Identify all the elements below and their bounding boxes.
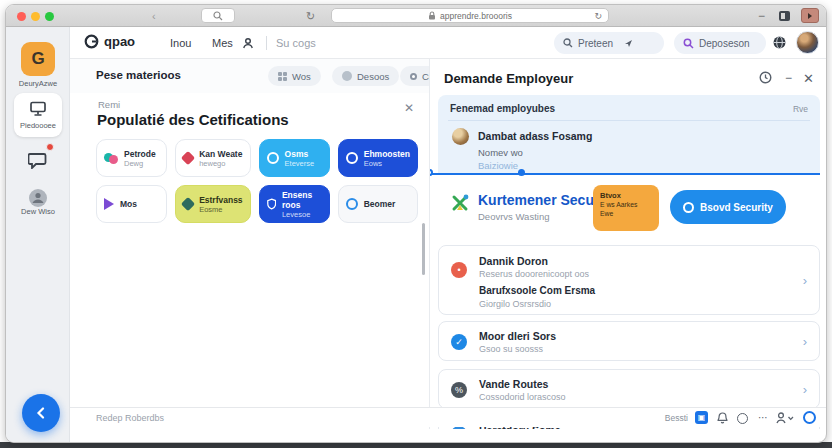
certification-chip[interactable]: Mos [96,185,167,223]
window-minimize-icon[interactable]: − [758,8,765,24]
certification-chip-highlight[interactable]: EstrfvanssEosme [175,185,250,223]
close-traffic-light[interactable] [17,12,26,21]
person-caret-icon[interactable] [776,412,794,424]
employee-name: Dambat adass Fosamg [478,130,592,142]
card-subtitle: Gsoo su soosss [479,344,543,354]
people-search-pill[interactable]: Deposeson [674,32,766,54]
zoom-traffic-light[interactable] [45,12,54,21]
minimize-traffic-light[interactable] [31,12,40,21]
user-avatar[interactable] [796,31,819,54]
grid-icon [278,72,287,81]
chevron-right-icon[interactable]: › [803,334,807,349]
brand-logo-icon [84,34,99,49]
active-tab-label[interactable]: Pese materioos [96,69,181,81]
filter-pill-status[interactable]: Desoos [332,66,399,86]
search-pill[interactable]: Preteen [554,32,664,54]
status-left-text: Redep Roberdbs [96,413,164,423]
extension-button[interactable] [801,8,819,23]
certification-chip-selected[interactable]: EhmoostenEows [338,139,418,177]
circle-status-icon[interactable] [737,413,748,424]
info-box-action[interactable]: Rve [793,104,808,114]
security-subtitle: Deovrvs Wasting [478,211,549,222]
clock-icon[interactable] [759,71,772,84]
request-card[interactable]: ✓ Moor dleri Sors Gsoo su soosss › [438,321,820,361]
employee-info-box[interactable]: Fenemad employubes Rve Dambat adass Fosa… [438,95,820,173]
tab-search-box[interactable] [201,8,235,23]
nav-item[interactable]: Inou [170,37,191,49]
certification-chip-selected[interactable]: OsmsEteverse [259,139,330,177]
request-card[interactable]: • Dannik Doron Reserus dooorenicoopt oos… [438,245,820,315]
sidebar-item-messages[interactable] [20,145,56,175]
employer-request-panel: Demande Employeur − ✕ Fenemad employubes… [430,59,827,429]
badge-line: Btvox [600,191,652,200]
alert-dot-icon: • [451,262,467,278]
divider [448,120,810,121]
info-box-header: Fenemad employubes [450,103,555,114]
employee-avatar [452,128,469,145]
certification-chip-grid: PetrodeDewg Kan Weatehewego OsmsEteverse… [96,139,418,223]
scrollbar-thumb[interactable] [422,223,425,275]
lock-ring-icon [683,202,694,213]
security-brand-icon [450,193,470,213]
shield-icon [267,197,276,211]
chevron-right-icon[interactable]: › [803,273,807,288]
brand[interactable]: qpao [84,34,135,49]
sidebar-item-label: Dew Wiso [6,207,70,216]
account-status-icon[interactable] [803,411,816,424]
search-icon [213,11,223,21]
check-circle-icon: ✓ [451,334,467,350]
shortcut-icon [624,39,633,48]
kiosk-icon [29,101,47,117]
ring-icon [410,73,417,80]
chip-title: Beomer [364,199,396,209]
back-icon[interactable]: ‹ [152,5,156,27]
user-circle-icon [27,187,49,209]
collapse-fab-button[interactable] [22,394,60,432]
chip-subtitle: Eosme [199,205,242,214]
page-reload-icon[interactable]: ↻ [594,9,602,23]
nav-item-secondary[interactable]: Su cogs [276,37,316,49]
sidebar-item-label: Piedoooee [6,121,70,130]
filter-pill-label: Desoos [357,71,389,82]
card-title-2: Barufxsoole Com Ersma [479,285,595,296]
certification-chip[interactable]: PetrodeDewg [96,139,167,177]
certification-chip[interactable]: Kan Weatehewego [175,139,250,177]
reload-icon[interactable]: ↻ [306,5,315,27]
red-diamond-icon [181,151,195,165]
chip-title: Ehmoosten [364,149,410,159]
sidebar-item-workspace[interactable]: Piedoooee [14,93,62,137]
window-tile-icon[interactable] [778,10,791,22]
drag-handle[interactable] [518,169,525,176]
app-logo[interactable]: G [21,42,55,76]
panel-kicker: Remi [98,99,120,110]
person-nav-icon[interactable] [242,37,254,49]
globe-icon[interactable] [772,35,787,50]
status-right-text: Bessti [665,413,688,423]
employee-link[interactable]: Baiziowie [478,160,518,171]
address-bar[interactable]: apprendre.broooris ↻ [331,8,609,23]
selection-line [430,173,820,175]
close-icon[interactable]: ✕ [803,71,814,86]
employee-meta: Nomev wo [478,147,523,158]
chevron-right-icon[interactable]: › [803,382,807,397]
close-icon[interactable]: ✕ [404,101,414,115]
cursor-icon [808,13,812,19]
bell-icon[interactable] [717,412,728,424]
chip-subtitle: Eteverse [285,159,315,168]
security-action-button[interactable]: Bsovd Security [670,190,786,224]
minimize-icon[interactable]: − [785,71,792,85]
chip-title: Petrode [124,149,156,159]
security-button-label: Bsovd Security [700,202,773,213]
certification-chip-selected[interactable]: Ensens roosLevesoe [259,185,330,223]
app-badge-icon[interactable]: ▣ [695,411,708,424]
nav-item[interactable]: Mes [212,37,233,49]
filter-pill-layout[interactable]: Wos [268,66,321,86]
status-badge[interactable]: Btvox E ws Aarkes Ewe [593,185,659,231]
request-card[interactable]: % Vande Routes Cossodorid lorascoso › [438,369,820,409]
certification-chip[interactable]: Beomer [338,185,418,223]
ring-icon [346,198,358,210]
ring-icon [267,152,279,164]
ring-icon [346,152,358,164]
more-options-icon[interactable]: ⋯ [758,411,768,424]
filter-pill-label: Wos [292,71,311,82]
